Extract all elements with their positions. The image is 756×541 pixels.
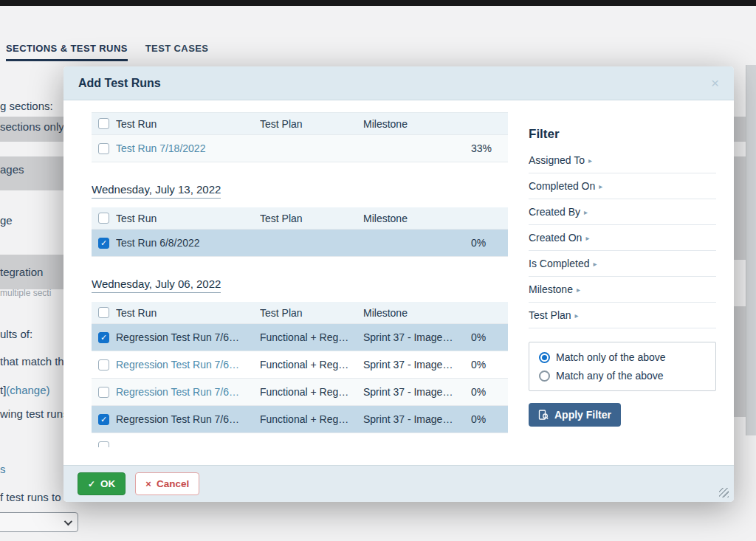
test-run-link[interactable]: Regression Test Run 7/6…: [116, 359, 260, 371]
match-options-box: Match only of the aboveMatch any of the …: [529, 342, 716, 391]
close-icon[interactable]: ×: [711, 76, 719, 90]
apply-filter-icon: [538, 410, 549, 420]
date-group-heading: Wednesday, July 13, 2022: [92, 183, 508, 199]
match-option[interactable]: Match only of the above: [539, 351, 706, 363]
row-checkbox[interactable]: [98, 387, 109, 398]
filter-panel: Filter Assigned To▸Completed On▸Created …: [529, 112, 716, 465]
test-plan-cell: Functional + Reg…: [260, 359, 363, 371]
table-header-row: Test RunTest PlanMilestone: [92, 302, 508, 324]
test-run-row[interactable]: ✓Regression Test Run 7/6…Functional + Re…: [92, 406, 508, 433]
filter-item-created-on[interactable]: Created On▸: [529, 225, 716, 251]
row-checkbox[interactable]: [98, 359, 109, 371]
column-header: Milestone: [363, 307, 471, 319]
test-plan-cell: Functional + Reg…: [260, 331, 363, 343]
radio-button[interactable]: [539, 352, 550, 363]
test-run-row[interactable]: Regression Test Run 7/6…Functional + Reg…: [92, 351, 508, 379]
checkbox-cell: [92, 441, 116, 448]
completion-percent: 0%: [471, 237, 508, 249]
test-run-name: Test Run 6/8/2022: [116, 237, 260, 249]
row-checkbox[interactable]: ✓: [98, 238, 109, 249]
screen: SECTIONS & TEST RUNS TEST CASES g sectio…: [0, 0, 756, 541]
select-all-checkbox[interactable]: [98, 213, 109, 224]
chevron-right-icon: ▸: [575, 311, 579, 320]
row-checkbox[interactable]: ✓: [98, 414, 109, 425]
dialog-footer: ✓ OK × Cancel: [63, 465, 734, 502]
test-runs-table: Test RunTest PlanMilestone✓Test Run 6/8/…: [92, 207, 508, 257]
filter-item-is-completed[interactable]: Is Completed▸: [529, 251, 716, 277]
column-header: Test Run: [116, 118, 260, 130]
chevron-right-icon: ▸: [577, 285, 580, 294]
resize-handle[interactable]: [719, 488, 729, 497]
match-option-label: Match any of the above: [556, 370, 664, 382]
header-checkbox-cell: [92, 307, 116, 318]
header-checkbox-cell: [92, 213, 116, 224]
checkbox-cell: [92, 143, 116, 154]
check-icon: ✓: [88, 479, 95, 489]
test-run-name: Regression Test Run 7/6…: [116, 413, 260, 425]
row-checkbox[interactable]: [98, 441, 109, 448]
test-plan-cell: Functional + Reg…: [260, 386, 363, 398]
filter-items: Assigned To▸Completed On▸Created By▸Crea…: [529, 148, 716, 328]
select-all-checkbox[interactable]: [98, 307, 109, 318]
test-run-link[interactable]: Test Run 7/18/2022: [116, 142, 260, 154]
chevron-right-icon: ▸: [584, 207, 588, 216]
test-runs-table: Test RunTest PlanMilestone✓Regression Te…: [92, 302, 508, 433]
test-plan-cell: Functional + Reg…: [260, 413, 363, 425]
checkbox-cell: [92, 387, 116, 398]
column-header: Test Plan: [260, 213, 363, 224]
test-runs-table: Test RunTest PlanMilestoneTest Run 7/18/…: [92, 112, 508, 162]
add-test-runs-dialog: Add Test Runs × Test RunTest PlanMilesto…: [63, 66, 734, 502]
test-run-link[interactable]: Regression Test Run 7/6…: [116, 386, 260, 398]
ok-button[interactable]: ✓ OK: [78, 472, 126, 495]
test-run-row[interactable]: ✓Regression Test Run 7/6…Functional + Re…: [92, 324, 508, 351]
checkbox-cell: ✓: [92, 332, 116, 343]
partially-visible-row: [92, 433, 508, 447]
cancel-label: Cancel: [157, 478, 189, 489]
test-run-row[interactable]: Regression Test Run 7/6…Functional + Reg…: [92, 379, 508, 406]
milestone-cell: Sprint 37 - Image…: [363, 413, 471, 425]
filter-item-created-by[interactable]: Created By▸: [529, 199, 716, 225]
table-header-row: Test RunTest PlanMilestone: [92, 113, 508, 135]
ok-label: OK: [100, 478, 115, 489]
filter-item-completed-on[interactable]: Completed On▸: [529, 173, 716, 199]
checkbox-cell: ✓: [92, 238, 116, 249]
row-checkbox[interactable]: [98, 143, 109, 154]
header-checkbox-cell: [92, 118, 116, 129]
filter-item-label: Assigned To: [529, 154, 585, 166]
test-run-row[interactable]: ✓Test Run 6/8/20220%: [92, 230, 508, 257]
completion-percent: 0%: [471, 331, 508, 343]
select-all-checkbox[interactable]: [98, 118, 109, 129]
match-option[interactable]: Match any of the above: [539, 370, 706, 382]
test-run-list: Test RunTest PlanMilestoneTest Run 7/18/…: [92, 112, 508, 452]
test-run-row[interactable]: Test Run 7/18/202233%: [92, 135, 508, 162]
filter-item-label: Created On: [529, 232, 582, 244]
column-header: Test Plan: [260, 307, 363, 319]
filter-item-label: Completed On: [529, 180, 595, 192]
radio-button[interactable]: [539, 371, 550, 382]
column-header: Test Run: [116, 213, 260, 224]
test-run-row[interactable]: [92, 433, 508, 447]
milestone-cell: Sprint 37 - Image…: [363, 331, 471, 343]
filter-heading: Filter: [529, 127, 716, 142]
apply-filter-button[interactable]: Apply Filter: [529, 403, 621, 427]
chevron-right-icon: ▸: [585, 233, 589, 242]
filter-item-assigned-to[interactable]: Assigned To▸: [529, 148, 716, 173]
column-header: Milestone: [363, 118, 471, 130]
filter-item-test-plan[interactable]: Test Plan▸: [529, 303, 716, 328]
table-header-row: Test RunTest PlanMilestone: [92, 207, 508, 230]
milestone-cell: Sprint 37 - Image…: [363, 386, 471, 398]
row-checkbox[interactable]: ✓: [98, 332, 109, 343]
date-label: Wednesday, July 13, 2022: [92, 183, 221, 199]
date-group-heading: Wednesday, July 06, 2022: [92, 278, 508, 293]
filter-item-milestone[interactable]: Milestone▸: [529, 277, 716, 303]
filter-item-label: Milestone: [529, 283, 573, 295]
completion-percent: 33%: [471, 142, 508, 154]
chevron-right-icon: ▸: [599, 182, 602, 190]
dialog-body: Test RunTest PlanMilestoneTest Run 7/18/…: [63, 100, 734, 465]
chevron-right-icon: ▸: [588, 156, 592, 165]
cancel-button[interactable]: × Cancel: [135, 472, 199, 495]
cross-icon: ×: [145, 478, 151, 489]
test-run-name: Regression Test Run 7/6…: [116, 331, 260, 343]
completion-percent: 0%: [471, 359, 508, 371]
date-label: Wednesday, July 06, 2022: [92, 278, 221, 293]
